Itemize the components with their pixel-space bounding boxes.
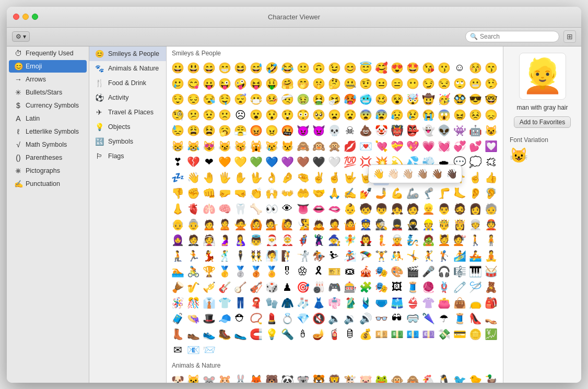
emoji-cell[interactable]: 🖼 bbox=[389, 279, 405, 295]
grid-view-button[interactable]: ⊞ bbox=[563, 30, 576, 43]
emoji-cell[interactable]: 🩳 bbox=[389, 295, 405, 311]
emoji-cell[interactable]: 😋 bbox=[185, 76, 201, 91]
emoji-cell[interactable]: 🦆 bbox=[483, 372, 499, 383]
emoji-cell[interactable]: 😴 bbox=[232, 91, 248, 107]
emoji-cell[interactable]: 😖 bbox=[452, 107, 467, 123]
emoji-cell[interactable]: 👖 bbox=[232, 295, 248, 311]
emoji-cell[interactable]: 🦾 bbox=[405, 185, 420, 201]
emoji-cell[interactable]: 💰 bbox=[358, 326, 373, 342]
emoji-cell[interactable]: 🤸 bbox=[405, 248, 420, 264]
emoji-cell[interactable]: 🙉 bbox=[311, 138, 326, 154]
emoji-cell[interactable]: 😆 bbox=[232, 60, 248, 76]
emoji-cell[interactable]: 🤴 bbox=[436, 217, 452, 232]
emoji-cell[interactable]: 💍 bbox=[279, 311, 295, 326]
search-input[interactable] bbox=[480, 33, 555, 40]
sidebar-item-frequently-used[interactable]: ⏱ Frequently Used bbox=[9, 47, 87, 60]
emoji-cell[interactable]: 🎷 bbox=[185, 279, 201, 295]
emoji-cell[interactable]: 🥵 bbox=[342, 91, 358, 107]
emoji-cell[interactable]: 🪙 bbox=[467, 326, 483, 342]
emoji-cell[interactable]: 🚶 bbox=[467, 232, 483, 248]
emoji-cell[interactable]: 👶 bbox=[342, 201, 358, 217]
emoji-cell[interactable]: 👊 bbox=[201, 185, 217, 201]
emoji-cell[interactable]: 😂 bbox=[279, 60, 295, 76]
emoji-cell[interactable]: 🤾 bbox=[420, 248, 436, 264]
emoji-cell[interactable]: 🙃 bbox=[311, 60, 326, 76]
mid-item-food[interactable]: 🍴 Food & Drink bbox=[89, 76, 166, 90]
emoji-cell[interactable]: 🤣 bbox=[264, 60, 279, 76]
emoji-cell[interactable]: 🥷 bbox=[405, 217, 420, 232]
emoji-cell[interactable]: 👓 bbox=[373, 311, 389, 326]
mid-item-smileys[interactable]: 😊 Smileys & People bbox=[89, 46, 166, 61]
emoji-cell[interactable]: 🤍 bbox=[326, 154, 342, 170]
emoji-cell[interactable]: 🧜 bbox=[373, 232, 389, 248]
emoji-cell[interactable]: 🧶 bbox=[420, 279, 436, 295]
emoji-cell[interactable]: ✌ bbox=[311, 170, 326, 185]
emoji-cell[interactable]: 💶 bbox=[405, 326, 420, 342]
emoji-cell[interactable]: 🎫 bbox=[326, 264, 342, 279]
emoji-cell[interactable]: 🤺 bbox=[295, 248, 311, 264]
emoji-cell[interactable]: 🐻 bbox=[264, 372, 279, 383]
emoji-cell[interactable]: 🌂 bbox=[420, 311, 436, 326]
emoji-cell[interactable]: 👡 bbox=[483, 311, 499, 326]
emoji-cell[interactable]: 💸 bbox=[436, 326, 452, 342]
emoji-cell[interactable]: 😃 bbox=[185, 60, 201, 76]
emoji-cell[interactable]: 🤥 bbox=[483, 76, 499, 91]
emoji-cell[interactable]: 🗯 bbox=[483, 154, 499, 170]
emoji-cell[interactable]: 🤗 bbox=[279, 76, 295, 91]
emoji-cell[interactable]: 🐮 bbox=[342, 372, 358, 383]
emoji-cell[interactable]: 🖖 bbox=[248, 170, 264, 185]
emoji-cell[interactable]: 🦸 bbox=[295, 232, 311, 248]
emoji-cell[interactable]: 🧍 bbox=[483, 232, 499, 248]
emoji-cell[interactable]: 🙁 bbox=[217, 107, 232, 123]
emoji-cell[interactable]: 🧒 bbox=[358, 201, 373, 217]
emoji-cell[interactable]: 😗 bbox=[436, 60, 452, 76]
emoji-cell[interactable]: 😍 bbox=[389, 60, 405, 76]
emoji-cell[interactable]: 💀 bbox=[326, 123, 342, 138]
emoji-cell[interactable]: 🧩 bbox=[358, 279, 373, 295]
emoji-cell[interactable]: 😣 bbox=[467, 107, 483, 123]
skin-tone-option[interactable]: 👋🏾 bbox=[430, 167, 444, 181]
emoji-cell[interactable]: 👀 bbox=[264, 201, 279, 217]
emoji-cell[interactable]: 🕯 bbox=[295, 326, 311, 342]
emoji-cell[interactable]: 🎪 bbox=[358, 264, 373, 279]
emoji-cell[interactable]: 😬 bbox=[467, 76, 483, 91]
emoji-cell[interactable]: 🎭 bbox=[373, 279, 389, 295]
emoji-cell[interactable]: 🎖 bbox=[279, 264, 295, 279]
emoji-cell[interactable]: ☝ bbox=[467, 170, 483, 185]
emoji-cell[interactable]: 💕 bbox=[467, 138, 483, 154]
emoji-cell[interactable]: 👙 bbox=[405, 295, 420, 311]
emoji-cell[interactable]: 🤳 bbox=[373, 185, 389, 201]
emoji-cell[interactable]: 👃 bbox=[170, 201, 185, 217]
emoji-cell[interactable]: 💟 bbox=[483, 138, 499, 154]
emoji-cell[interactable]: 😿 bbox=[264, 138, 279, 154]
add-to-favorites-button[interactable]: Add to Favorites bbox=[514, 116, 571, 128]
mid-item-symbols[interactable]: 🔣 Symbols bbox=[89, 134, 166, 149]
emoji-cell[interactable]: 🤨 bbox=[358, 76, 373, 91]
emoji-cell[interactable]: 🤫 bbox=[311, 76, 326, 91]
emoji-cell[interactable]: 💛 bbox=[232, 154, 248, 170]
emoji-cell[interactable]: ✉ bbox=[170, 342, 185, 358]
emoji-cell[interactable]: ✋ bbox=[232, 170, 248, 185]
emoji-cell[interactable]: 🏃 bbox=[185, 248, 201, 264]
emoji-cell[interactable]: 😰 bbox=[373, 107, 389, 123]
emoji-cell[interactable]: 🤒 bbox=[264, 91, 279, 107]
sidebar-item-latin[interactable]: A Latin bbox=[9, 112, 87, 125]
emoji-cell[interactable]: 👒 bbox=[185, 311, 201, 326]
emoji-cell[interactable]: ⛑ bbox=[232, 311, 248, 326]
skin-tone-option[interactable]: 👋 bbox=[372, 167, 385, 181]
skin-tone-option[interactable]: 👋🏼 bbox=[401, 167, 415, 181]
emoji-cell[interactable]: 🪕 bbox=[232, 279, 248, 295]
emoji-cell[interactable]: 😀 bbox=[170, 60, 185, 76]
emoji-cell[interactable]: 🤼 bbox=[389, 248, 405, 264]
emoji-cell[interactable]: 🖐 bbox=[217, 170, 232, 185]
emoji-cell[interactable]: 🥻 bbox=[342, 295, 358, 311]
emoji-cell[interactable]: 👘 bbox=[326, 295, 342, 311]
emoji-cell[interactable]: 🎼 bbox=[452, 264, 467, 279]
emoji-cell[interactable]: 🫦 bbox=[326, 201, 342, 217]
emoji-cell[interactable]: 🤧 bbox=[326, 91, 342, 107]
mid-item-travel[interactable]: ✈ Travel & Places bbox=[89, 105, 166, 120]
emoji-cell[interactable]: 🤯 bbox=[405, 91, 420, 107]
emoji-cell[interactable]: 💳 bbox=[452, 326, 467, 342]
emoji-cell[interactable]: 🏌 bbox=[436, 248, 452, 264]
emoji-cell[interactable]: 🤑 bbox=[264, 76, 279, 91]
